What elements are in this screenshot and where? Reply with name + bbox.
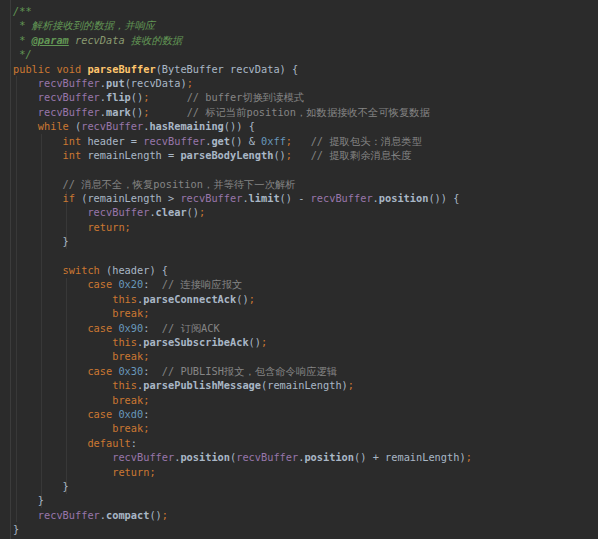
code-token: ()) { [428, 192, 459, 204]
code-token [13, 365, 87, 377]
code-line: } [13, 479, 600, 493]
code-token: ; [143, 307, 149, 319]
code-token: recvBuffer [81, 120, 143, 132]
code-line: /** [13, 4, 600, 18]
code-token: (header) { [100, 264, 168, 276]
code-line: return; [13, 220, 600, 234]
code-token [13, 408, 87, 420]
code-token: break [112, 350, 143, 362]
code-line: int header = recvBuffer.get() & 0xff; //… [13, 134, 600, 148]
code-line: // 消息不全，恢复position，并等待下一次解析 [13, 177, 600, 191]
code-token: position [304, 451, 354, 463]
code-token [13, 322, 87, 334]
code-token: 0x90 [118, 322, 143, 334]
code-token: ; [143, 422, 149, 434]
code-token: break [112, 394, 143, 406]
code-token [13, 379, 112, 391]
code-line: recvBuffer.position(recvBuffer.position(… [13, 450, 600, 464]
code-token: : [143, 408, 149, 420]
code-token: 0x20 [118, 278, 143, 290]
code-token: // 消息不全，恢复position，并等待下一次解析 [63, 178, 296, 190]
code-token: () [187, 206, 199, 218]
code-line: default: [13, 436, 600, 450]
code-token: recvBuffer [180, 192, 242, 204]
code-token [13, 293, 112, 305]
code-token: 0xff [261, 135, 286, 147]
code-token: 接收的数据 [125, 34, 183, 46]
code-token: 0x30 [118, 365, 143, 377]
code-editor[interactable]: /** * 解析接收到的数据，并响应 * @param recvData 接收的… [0, 0, 600, 539]
code-token: this [112, 293, 137, 305]
code-token [13, 336, 112, 348]
code-token: * 解析接收到的数据，并响应 [13, 19, 155, 31]
code-token: mark [106, 106, 131, 118]
code-token: default [87, 437, 130, 449]
code-token: recvData [75, 34, 125, 46]
code-line: case 0x30: // PUBLISH报文，包含命令响应逻辑 [13, 364, 600, 378]
code-token [149, 106, 186, 118]
code-line: public void parseBuffer(ByteBuffer recvD… [13, 62, 600, 76]
code-line [13, 162, 600, 176]
code-token: () [236, 293, 248, 305]
code-token: (remainLength) [261, 379, 348, 391]
code-token: parseSubscribeAck [143, 336, 248, 348]
code-lines: /** * 解析接收到的数据，并响应 * @param recvData 接收的… [13, 4, 600, 536]
code-token: : [131, 437, 137, 449]
code-token: recvBuffer [38, 77, 100, 89]
code-token: parseConnectAck [143, 293, 236, 305]
code-line: break; [13, 421, 600, 435]
code-token: (recvData) [125, 77, 187, 89]
code-token: if [63, 192, 75, 204]
code-token: () - [280, 192, 311, 204]
code-token: int [63, 135, 82, 147]
code-token [13, 278, 87, 290]
code-line: if (remainLength > recvBuffer.limit() - … [13, 191, 600, 205]
code-token: case [87, 322, 112, 334]
code-token [13, 206, 87, 218]
code-token: switch [63, 264, 100, 276]
code-token: // 订阅ACK [162, 322, 220, 334]
code-line: recvBuffer.mark(); // 标记当前position，如数据接收… [13, 105, 600, 119]
code-line: this.parsePublishMessage(remainLength); [13, 378, 600, 392]
code-token: ; [466, 451, 472, 463]
code-token: flip [106, 91, 131, 103]
code-token: // 提取包头：消息类型 [311, 135, 422, 147]
code-token: /** [13, 5, 32, 17]
code-token: public [13, 63, 50, 75]
code-token: * [13, 34, 32, 46]
code-token: // 标记当前position，如数据接收不全可恢复数据 [187, 106, 430, 118]
code-token: } [13, 523, 19, 535]
code-token: int [63, 149, 82, 161]
code-line: recvBuffer.flip(); // buffer切换到读模式 [13, 90, 600, 104]
code-token: () + remainLength) [354, 451, 466, 463]
code-token: (ByteBuffer recvData) { [156, 63, 299, 75]
code-token: this [112, 379, 137, 391]
code-line: while (recvBuffer.hasRemaining()) { [13, 119, 600, 133]
code-token: () [273, 149, 285, 161]
code-line: recvBuffer.put(recvData); [13, 76, 600, 90]
code-token: limit [249, 192, 280, 204]
code-token [13, 350, 112, 362]
code-area[interactable]: /** * 解析接收到的数据，并响应 * @param recvData 接收的… [11, 0, 600, 539]
code-line: break; [13, 349, 600, 363]
code-token: } [13, 480, 69, 492]
code-token: break [112, 422, 143, 434]
code-line: switch (header) { [13, 263, 600, 277]
code-line: * 解析接收到的数据，并响应 [13, 18, 600, 32]
code-token: ; [125, 221, 131, 233]
code-line: this.parseConnectAck(); [13, 292, 600, 306]
code-token [13, 422, 112, 434]
code-token: position [379, 192, 429, 204]
code-token [13, 466, 112, 478]
code-token: (remainLength > [75, 192, 180, 204]
code-token: ; [261, 336, 267, 348]
code-token: put [106, 77, 125, 89]
code-token: recvBuffer [311, 192, 373, 204]
code-token: void [56, 63, 81, 75]
code-token: // 提取剩余消息长度 [311, 149, 412, 161]
code-token: parseBodyLength [180, 149, 273, 161]
code-token [149, 91, 186, 103]
code-token: // PUBLISH报文，包含命令响应逻辑 [162, 365, 337, 377]
code-line: return; [13, 465, 600, 479]
code-token: // buffer切换到读模式 [187, 91, 305, 103]
